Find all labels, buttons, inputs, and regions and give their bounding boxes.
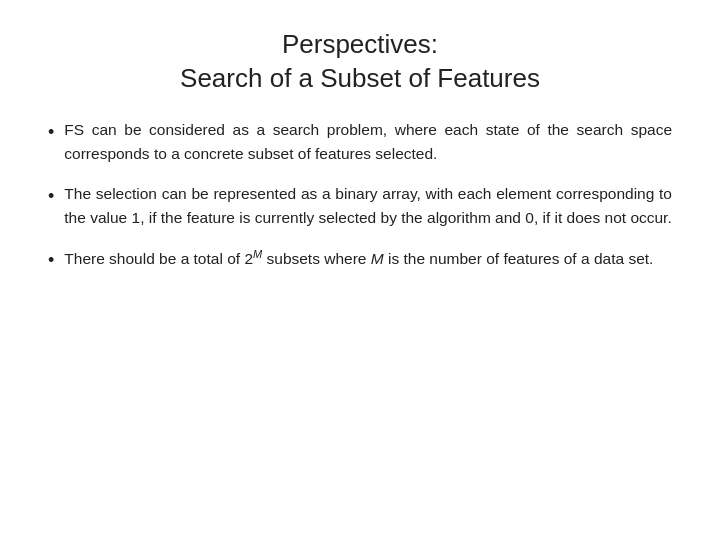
bullet-dot-1: • (48, 119, 54, 146)
bullet-dot-3: • (48, 247, 54, 274)
superscript-m1: M (253, 248, 262, 260)
title-block: Perspectives: Search of a Subset of Feat… (48, 28, 672, 96)
bullet-item-1: • FS can be considered as a search probl… (48, 118, 672, 166)
bullet-item-3: • There should be a total of 2M subsets … (48, 246, 672, 274)
title-line2: Search of a Subset of Features (48, 62, 672, 96)
bullet-item-2: • The selection can be represented as a … (48, 182, 672, 230)
content-area: • FS can be considered as a search probl… (48, 118, 672, 290)
bullet-text-1: FS can be considered as a search problem… (64, 118, 672, 166)
bullet-dot-2: • (48, 183, 54, 210)
title-line1: Perspectives: (48, 28, 672, 62)
bullet-text-2: The selection can be represented as a bi… (64, 182, 672, 230)
bullet-text-3: There should be a total of 2M subsets wh… (64, 246, 653, 271)
